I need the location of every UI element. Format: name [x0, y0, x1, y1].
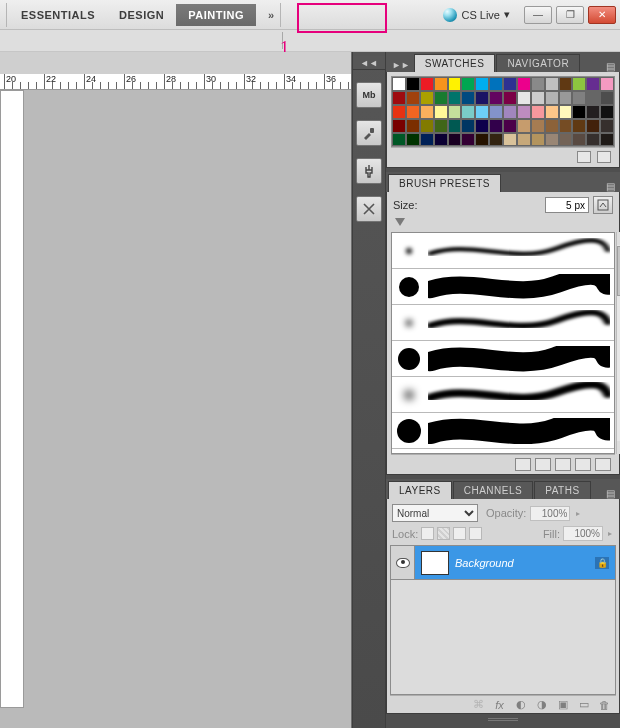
swatch[interactable]	[572, 119, 586, 133]
swatch[interactable]	[420, 77, 434, 91]
swatch[interactable]	[434, 119, 448, 133]
lock-position-icon[interactable]	[453, 527, 466, 540]
swatch[interactable]	[586, 77, 600, 91]
swatch[interactable]	[531, 119, 545, 133]
tab-layers[interactable]: LAYERS	[388, 481, 452, 499]
swatch[interactable]	[531, 133, 545, 147]
brush-panel-toggle-icon[interactable]	[593, 196, 613, 214]
blend-mode-select[interactable]: Normal	[392, 504, 478, 522]
swatch[interactable]	[420, 105, 434, 119]
swatch[interactable]	[434, 105, 448, 119]
brush-save-icon[interactable]	[535, 458, 551, 471]
swatch[interactable]	[392, 77, 406, 91]
swatch[interactable]	[461, 77, 475, 91]
swatch[interactable]	[420, 133, 434, 147]
swatches-panel-menu-icon[interactable]: ▤	[602, 61, 618, 72]
swatch[interactable]	[461, 133, 475, 147]
brush-preset-item[interactable]	[392, 269, 614, 305]
swatch[interactable]	[392, 133, 406, 147]
restore-button[interactable]: ❐	[556, 6, 584, 24]
swatch[interactable]	[559, 105, 573, 119]
brush-new-icon[interactable]	[575, 458, 591, 471]
swatch[interactable]	[531, 77, 545, 91]
swatch[interactable]	[489, 133, 503, 147]
swatch[interactable]	[572, 133, 586, 147]
swatch[interactable]	[461, 105, 475, 119]
swatch[interactable]	[448, 119, 462, 133]
swatch[interactable]	[434, 133, 448, 147]
close-button[interactable]: ✕	[588, 6, 616, 24]
swatch[interactable]	[559, 77, 573, 91]
layer-visibility-toggle[interactable]	[391, 546, 415, 579]
swatch[interactable]	[448, 77, 462, 91]
swatch[interactable]	[545, 119, 559, 133]
brush-preset-item[interactable]	[392, 341, 614, 377]
swatch[interactable]	[420, 119, 434, 133]
device-icon[interactable]	[356, 158, 382, 184]
swatch[interactable]	[586, 105, 600, 119]
layer-name[interactable]: Background	[455, 557, 595, 569]
swatch[interactable]	[475, 105, 489, 119]
swatch[interactable]	[434, 91, 448, 105]
swatch[interactable]	[461, 119, 475, 133]
brush-scrollbar[interactable]: ▲ ▼	[616, 232, 620, 454]
minibridge-icon[interactable]: Mb	[356, 82, 382, 108]
swatch[interactable]	[406, 119, 420, 133]
swatch[interactable]	[475, 77, 489, 91]
layer-thumbnail[interactable]	[421, 551, 449, 575]
swatch[interactable]	[559, 91, 573, 105]
swatch[interactable]	[545, 91, 559, 105]
swatch[interactable]	[434, 77, 448, 91]
swatch[interactable]	[392, 119, 406, 133]
brush-preset-item[interactable]	[392, 305, 614, 341]
swatch[interactable]	[503, 119, 517, 133]
panel-resize-grip[interactable]	[386, 714, 620, 724]
workspace-tab-essentials[interactable]: ESSENTIALS	[9, 4, 107, 26]
brush-preset-item[interactable]	[392, 413, 614, 449]
horizontal-ruler[interactable]: 202224262830323436	[0, 74, 351, 90]
brush-size-slider[interactable]	[393, 218, 613, 228]
swatch[interactable]	[586, 91, 600, 105]
swatch[interactable]	[489, 119, 503, 133]
link-layers-icon[interactable]: ⌘	[471, 699, 486, 711]
swatch[interactable]	[600, 105, 614, 119]
brush-preset-item[interactable]	[392, 233, 614, 269]
swatch[interactable]	[392, 91, 406, 105]
layer-mask-icon[interactable]: ◐	[513, 699, 528, 711]
swatch[interactable]	[503, 105, 517, 119]
swatch[interactable]	[559, 133, 573, 147]
swatch[interactable]	[572, 105, 586, 119]
workspace-tab-design[interactable]: DESIGN	[107, 4, 176, 26]
swatch[interactable]	[489, 77, 503, 91]
swatch[interactable]	[489, 105, 503, 119]
swatch[interactable]	[461, 91, 475, 105]
slider-thumb-icon[interactable]	[395, 218, 405, 226]
adjustment-layer-icon[interactable]: ◑	[534, 699, 549, 711]
swatch[interactable]	[448, 91, 462, 105]
swatch[interactable]	[517, 77, 531, 91]
layer-group-icon[interactable]: ▣	[555, 699, 570, 711]
cs-live-button[interactable]: CS Live ▾	[437, 4, 516, 26]
swatch[interactable]	[600, 119, 614, 133]
new-layer-icon[interactable]: ▭	[576, 699, 591, 711]
brush-preset-item[interactable]	[392, 377, 614, 413]
swatch[interactable]	[406, 91, 420, 105]
fill-flyout-icon[interactable]: ▸	[606, 529, 614, 538]
brush-settings-icon[interactable]	[356, 120, 382, 146]
swatch[interactable]	[489, 91, 503, 105]
tab-channels[interactable]: CHANNELS	[453, 481, 533, 499]
swatch[interactable]	[517, 119, 531, 133]
swatch[interactable]	[600, 77, 614, 91]
brush-preset-list[interactable]	[391, 232, 615, 454]
swatch[interactable]	[392, 105, 406, 119]
workspace-more-icon[interactable]: »	[264, 5, 278, 25]
swatch[interactable]	[572, 77, 586, 91]
expand-dock-icon[interactable]: ◄◄	[353, 56, 385, 70]
brush-panel-menu-icon[interactable]: ▤	[602, 181, 618, 192]
tab-navigator[interactable]: NAVIGATOR	[496, 54, 580, 72]
collapse-panel-icon[interactable]: ►►	[388, 58, 414, 72]
swatch[interactable]	[406, 133, 420, 147]
brush-size-input[interactable]	[545, 197, 589, 213]
swatch[interactable]	[531, 105, 545, 119]
swatch[interactable]	[545, 105, 559, 119]
